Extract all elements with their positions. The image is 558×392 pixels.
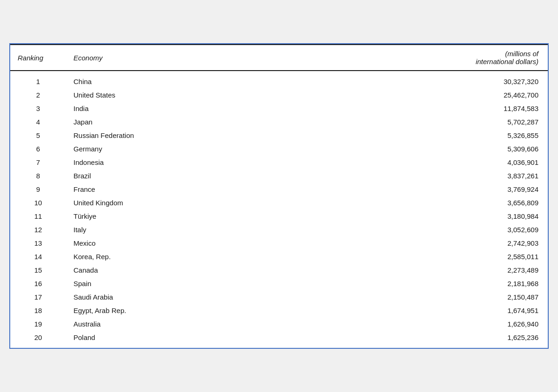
table-row: 1China30,327,320 (10, 71, 548, 88)
value-cell: 1,674,951 (243, 304, 548, 317)
economy-cell: Russian Federation (66, 129, 243, 142)
value-cell: 3,052,609 (243, 223, 548, 236)
value-cell: 5,309,606 (243, 142, 548, 156)
economy-cell: Mexico (66, 236, 243, 250)
table-row: 16Spain2,181,968 (10, 277, 548, 290)
value-cell: 2,181,968 (243, 277, 548, 290)
value-cell: 5,326,855 (243, 129, 548, 142)
rank-cell: 18 (10, 304, 66, 317)
rank-cell: 14 (10, 250, 66, 263)
rank-cell: 9 (10, 183, 66, 196)
table-row: 6Germany5,309,606 (10, 142, 548, 156)
table-row: 9France3,769,924 (10, 183, 548, 196)
economy-cell: Indonesia (66, 156, 243, 169)
rank-cell: 2 (10, 88, 66, 102)
value-cell: 1,625,236 (243, 331, 548, 348)
rank-cell: 19 (10, 317, 66, 331)
table-row: 12Italy3,052,609 (10, 223, 548, 236)
table-row: 7Indonesia4,036,901 (10, 156, 548, 169)
economy-cell: Saudi Arabia (66, 290, 243, 304)
table-row: 5Russian Federation5,326,855 (10, 129, 548, 142)
rank-cell: 1 (10, 71, 66, 88)
value-cell: 4,036,901 (243, 156, 548, 169)
rank-cell: 10 (10, 196, 66, 209)
table-row: 17Saudi Arabia2,150,487 (10, 290, 548, 304)
economy-cell: Australia (66, 317, 243, 331)
value-cell: 3,769,924 (243, 183, 548, 196)
ranking-header: Ranking (10, 45, 66, 71)
rank-cell: 3 (10, 102, 66, 115)
value-cell: 2,150,487 (243, 290, 548, 304)
rank-cell: 16 (10, 277, 66, 290)
economy-cell: Germany (66, 142, 243, 156)
table-row: 18Egypt, Arab Rep.1,674,951 (10, 304, 548, 317)
economy-cell: United States (66, 88, 243, 102)
value-cell: 2,273,489 (243, 263, 548, 277)
header-row: Ranking Economy (millions of internation… (10, 45, 548, 71)
economy-cell: Poland (66, 331, 243, 348)
economy-cell: Türkiye (66, 209, 243, 223)
value-cell: 2,742,903 (243, 236, 548, 250)
value-cell: 3,656,809 (243, 196, 548, 209)
value-cell: 1,626,940 (243, 317, 548, 331)
economy-cell: Italy (66, 223, 243, 236)
value-header: (millions of international dollars) (243, 45, 548, 71)
rank-cell: 8 (10, 169, 66, 183)
table-row: 15Canada2,273,489 (10, 263, 548, 277)
economy-cell: France (66, 183, 243, 196)
rank-cell: 15 (10, 263, 66, 277)
table-row: 13Mexico2,742,903 (10, 236, 548, 250)
economy-cell: China (66, 71, 243, 88)
table-container: Ranking Economy (millions of internation… (9, 43, 549, 349)
economy-cell: India (66, 102, 243, 115)
economy-cell: Japan (66, 115, 243, 129)
rank-cell: 5 (10, 129, 66, 142)
economy-header: Economy (66, 45, 243, 71)
value-cell: 25,462,700 (243, 88, 548, 102)
economy-cell: Egypt, Arab Rep. (66, 304, 243, 317)
value-cell: 2,585,011 (243, 250, 548, 263)
table-row: 19Australia1,626,940 (10, 317, 548, 331)
rank-cell: 11 (10, 209, 66, 223)
rank-cell: 17 (10, 290, 66, 304)
rank-cell: 13 (10, 236, 66, 250)
value-header-line1: (millions of (505, 50, 538, 58)
value-cell: 5,702,287 (243, 115, 548, 129)
table-row: 10United Kingdom3,656,809 (10, 196, 548, 209)
table-body: 1China30,327,3202United States25,462,700… (10, 71, 548, 348)
rankings-table: Ranking Economy (millions of internation… (10, 44, 548, 348)
value-cell: 30,327,320 (243, 71, 548, 88)
economy-cell: Korea, Rep. (66, 250, 243, 263)
rank-cell: 4 (10, 115, 66, 129)
rank-cell: 6 (10, 142, 66, 156)
table-row: 2United States25,462,700 (10, 88, 548, 102)
economy-cell: Brazil (66, 169, 243, 183)
value-cell: 11,874,583 (243, 102, 548, 115)
table-row: 4Japan5,702,287 (10, 115, 548, 129)
rank-cell: 12 (10, 223, 66, 236)
value-cell: 3,180,984 (243, 209, 548, 223)
value-cell: 3,837,261 (243, 169, 548, 183)
table-row: 14Korea, Rep.2,585,011 (10, 250, 548, 263)
economy-cell: Canada (66, 263, 243, 277)
economy-cell: United Kingdom (66, 196, 243, 209)
rank-cell: 7 (10, 156, 66, 169)
rank-cell: 20 (10, 331, 66, 348)
table-row: 8Brazil3,837,261 (10, 169, 548, 183)
economy-cell: Spain (66, 277, 243, 290)
table-row: 20Poland1,625,236 (10, 331, 548, 348)
table-row: 11Türkiye3,180,984 (10, 209, 548, 223)
table-row: 3India11,874,583 (10, 102, 548, 115)
value-header-line2: international dollars) (476, 58, 538, 65)
